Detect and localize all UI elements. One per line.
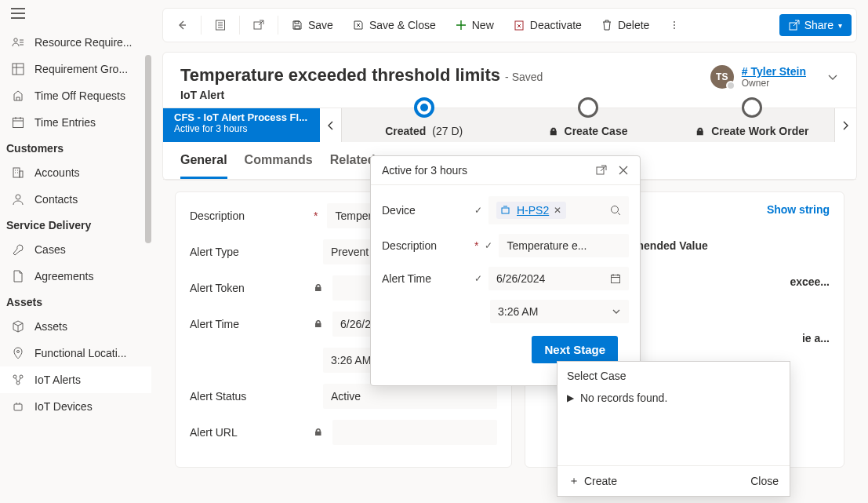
sidebar-item-time-entries[interactable]: Time Entries (0, 109, 151, 136)
triangle-icon: ▶ (567, 392, 574, 403)
bpf-stage-create-case[interactable]: 🔒︎ Create Case (506, 108, 670, 142)
svg-rect-21 (502, 208, 509, 213)
svg-point-9 (16, 381, 20, 385)
sidebar-item-label: IoT Alerts (35, 374, 81, 386)
sidebar-item-label: Assets (35, 320, 67, 333)
subfly-title: Select Case (557, 362, 790, 385)
fly-time-field[interactable]: 3:26 AM (490, 300, 629, 323)
svg-point-6 (17, 351, 20, 353)
close-button[interactable]: Close (750, 474, 779, 488)
hamburger-icon (11, 8, 25, 19)
svg-rect-1 (13, 64, 24, 75)
alert-url-field[interactable] (332, 420, 497, 445)
save-close-button[interactable]: Save & Close (344, 14, 444, 36)
chevron-down-icon[interactable] (826, 71, 839, 83)
sidebar-item-label: Time Entries (35, 116, 96, 129)
sidebar-item-agreements[interactable]: Agreements (0, 263, 151, 290)
alert-data-line: ie a... (802, 332, 830, 344)
bpf-prev-button[interactable] (320, 108, 342, 142)
share-icon (789, 20, 800, 31)
tab-related[interactable]: Related (330, 142, 376, 179)
group-service-delivery: Service Delivery (0, 213, 151, 236)
device-icon (501, 206, 512, 215)
alert-status-field[interactable] (323, 384, 497, 409)
wrench-icon (11, 242, 25, 257)
chevron-down-icon[interactable] (612, 307, 621, 316)
lock-icon: 🔒︎ (314, 319, 323, 330)
delete-button[interactable]: Delete (593, 14, 657, 36)
next-stage-button[interactable]: Next Stage (532, 336, 618, 363)
search-icon[interactable] (610, 205, 621, 216)
deactivate-button[interactable]: Deactivate (505, 14, 590, 36)
sidebar-item-contacts[interactable]: Contacts (0, 186, 151, 213)
sidebar-item-iot-alerts[interactable]: IoT Alerts (0, 366, 151, 393)
sidebar-item-label: Requirement Gro... (35, 63, 128, 75)
owner-link[interactable]: # Tyler Stein (742, 65, 806, 78)
sidebar-item-assets[interactable]: Assets (0, 313, 151, 340)
location-icon (11, 346, 25, 360)
sidebar-item-label: Accounts (35, 166, 80, 179)
record-entity: IoT Alert (180, 89, 543, 101)
back-button[interactable] (168, 14, 196, 36)
popout-button[interactable] (245, 14, 273, 36)
tab-commands[interactable]: Commands (245, 142, 313, 179)
lookup-chip: H-PS2 ✕ (496, 202, 566, 219)
hamburger-button[interactable] (0, 0, 151, 29)
scrollbar-thumb[interactable] (145, 55, 151, 243)
label-description: Description (190, 210, 307, 222)
owner-role: Owner (742, 78, 806, 89)
svg-point-16 (674, 21, 675, 23)
save-button[interactable]: Save (283, 14, 341, 36)
fly-description-field[interactable]: Temperature e... (499, 234, 629, 257)
lock-icon: 🔒︎ (549, 126, 558, 137)
bpf-stage-create-work-order[interactable]: 🔒︎ Create Work Order (670, 108, 834, 142)
remove-icon[interactable]: ✕ (554, 205, 561, 216)
sidebar-item-accounts[interactable]: Accounts (0, 159, 151, 186)
device-link[interactable]: H-PS2 (517, 204, 549, 217)
separator (239, 16, 240, 35)
popout-icon (252, 19, 265, 31)
fly-date-field[interactable]: 6/26/2024 (488, 267, 629, 290)
new-button[interactable]: New (447, 14, 502, 36)
label-alert-type: Alert Type (190, 246, 307, 258)
label-alert-time: Alert Time (190, 318, 307, 330)
close-button[interactable] (618, 165, 629, 176)
save-icon (291, 19, 303, 31)
dock-button[interactable] (596, 165, 607, 176)
sidebar-item-time-off[interactable]: Time Off Requests (0, 82, 151, 109)
fly-label-description: Description (382, 239, 468, 252)
fly-label-device: Device (382, 204, 468, 217)
tab-general[interactable]: General (180, 142, 227, 179)
device-lookup[interactable]: H-PS2 ✕ (488, 196, 629, 224)
deactivate-icon (513, 19, 525, 31)
bpf-process[interactable]: CFS - IoT Alert Process Fl... Active for… (163, 108, 320, 142)
sidebar-item-iot-devices[interactable]: IoT Devices (0, 393, 151, 420)
sidebar-item-label: Cases (35, 243, 66, 256)
open-record-set-button[interactable] (206, 14, 234, 36)
fly-label-alert-time: Alert Time (382, 272, 468, 285)
separator (201, 16, 202, 35)
sidebar-item-resource-requirements[interactable]: Resource Require... (0, 29, 151, 56)
alert-icon (11, 373, 25, 387)
time-off-icon (11, 89, 25, 103)
check-icon: ✓ (474, 205, 482, 216)
owner-block[interactable]: TS # Tyler Stein Owner (710, 65, 839, 89)
sidebar: Resource Require... Requirement Gro... T… (0, 0, 151, 503)
share-button[interactable]: Share▾ (779, 14, 852, 36)
box-icon (11, 319, 25, 334)
svg-rect-4 (20, 171, 23, 177)
create-button[interactable]: ＋Create (568, 474, 617, 488)
bpf-stage-created[interactable]: Created (27 D) (342, 108, 506, 142)
delete-icon (601, 19, 613, 31)
sidebar-item-functional-locations[interactable]: Functional Locati... (0, 340, 151, 366)
svg-rect-2 (13, 118, 24, 128)
bpf-next-button[interactable] (834, 108, 856, 142)
overflow-button[interactable] (660, 14, 688, 36)
sidebar-item-cases[interactable]: Cases (0, 236, 151, 263)
stage-dot-icon (578, 97, 598, 118)
sidebar-item-label: Resource Require... (35, 36, 133, 49)
sidebar-item-requirement-groups[interactable]: Requirement Gro... (0, 56, 151, 82)
more-icon (668, 19, 681, 31)
calendar-icon[interactable] (610, 273, 621, 284)
stage-dot-icon (742, 97, 762, 118)
